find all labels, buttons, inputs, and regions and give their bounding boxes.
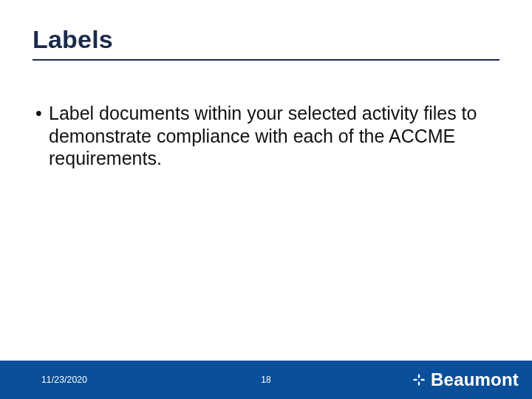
bullet-marker: • <box>35 102 49 125</box>
footer-page-number: 18 <box>261 375 270 385</box>
footer-date: 11/23/2020 <box>41 375 87 385</box>
slide: Labels • Label documents within your sel… <box>0 0 532 399</box>
footer-bar: 11/23/2020 18 Beaumont <box>0 361 532 399</box>
brand-name: Beaumont <box>431 369 519 390</box>
slide-body: • Label documents within your selected a… <box>35 102 494 170</box>
footer-brand: Beaumont <box>412 369 519 390</box>
bullet-item: • Label documents within your selected a… <box>35 102 494 170</box>
slide-title: Labels <box>33 25 113 54</box>
title-underline <box>33 59 499 61</box>
bullet-text: Label documents within your selected act… <box>49 102 494 170</box>
brand-logo-icon <box>412 372 426 387</box>
